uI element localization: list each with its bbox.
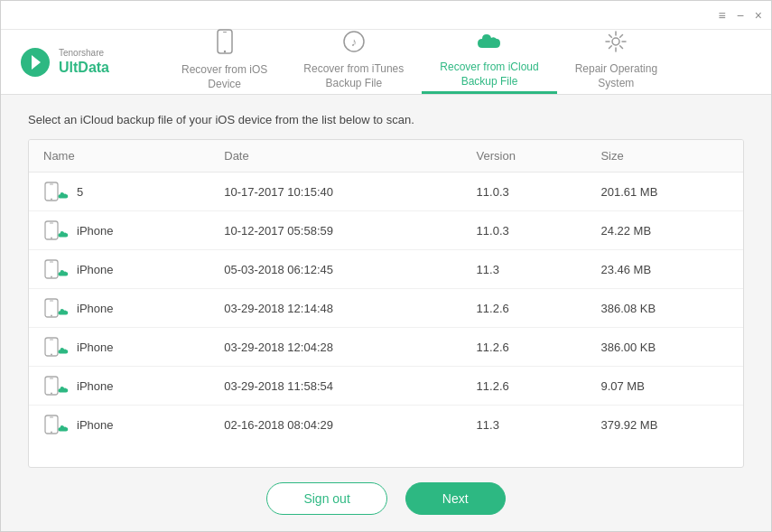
svg-point-15 [51, 276, 52, 278]
svg-point-21 [51, 354, 52, 356]
svg-point-27 [51, 432, 52, 434]
ios-device-icon [214, 29, 236, 58]
svg-point-6 [612, 38, 619, 45]
itunes-icon: ♪ [342, 30, 366, 57]
cell-version: 11.2.6 [462, 289, 587, 328]
svg-point-12 [51, 238, 52, 239]
svg-rect-8 [50, 184, 53, 185]
backup-table: Name Date Version Size [29, 140, 743, 443]
instruction-text: Select an iCloud backup file of your iOS… [28, 113, 744, 126]
repair-icon [604, 30, 628, 57]
cell-name: iPhone [29, 250, 209, 289]
cell-date: 10-17-2017 10:15:40 [209, 173, 461, 211]
cloud-icon [58, 424, 70, 434]
svg-rect-11 [50, 223, 53, 224]
device-icon [43, 259, 70, 279]
svg-point-3 [223, 51, 225, 52]
cell-name: iPhone [29, 328, 209, 367]
header: Tenorshare UltData Recover from iOSDevic… [1, 30, 771, 95]
svg-rect-14 [50, 262, 53, 263]
svg-rect-13 [45, 260, 58, 278]
cell-size: 379.92 MB [586, 406, 743, 444]
device-icon [43, 376, 70, 396]
svg-rect-20 [50, 340, 53, 341]
svg-rect-2 [223, 32, 227, 33]
cloud-icon [58, 229, 70, 239]
sign-out-button[interactable]: Sign out [266, 482, 386, 515]
brand-name: Tenorshare [59, 48, 109, 59]
next-button[interactable]: Next [405, 482, 506, 515]
svg-rect-26 [50, 417, 53, 418]
tab-repair-label: Repair OperatingSystem [575, 62, 657, 90]
device-icon [43, 182, 70, 201]
cell-version: 11.0.3 [462, 211, 587, 250]
cell-name: 5 [29, 173, 209, 211]
device-icon [43, 415, 70, 434]
cell-date: 10-12-2017 05:58:59 [209, 211, 461, 250]
tab-icloud[interactable]: Recover from iCloudBackup File [422, 30, 556, 94]
col-size: Size [586, 140, 743, 173]
main-content: Select an iCloud backup file of your iOS… [1, 95, 771, 532]
table-row[interactable]: iPhone 03-29-2018 12:14:4811.2.6386.08 K… [29, 289, 743, 328]
col-version: Version [462, 140, 587, 173]
svg-rect-25 [45, 415, 58, 434]
svg-point-9 [51, 199, 52, 201]
cell-name: iPhone [29, 289, 209, 328]
cell-date: 03-29-2018 12:14:48 [209, 289, 461, 328]
cell-version: 11.2.6 [462, 367, 587, 406]
cell-version: 11.3 [462, 250, 587, 289]
logo: Tenorshare UltData [19, 30, 136, 94]
device-icon [43, 337, 70, 357]
cell-date: 03-29-2018 12:04:28 [209, 328, 461, 367]
svg-rect-1 [218, 30, 232, 53]
tab-repair[interactable]: Repair OperatingSystem [557, 30, 675, 94]
cell-size: 9.07 MB [586, 367, 743, 406]
cell-name: iPhone [29, 406, 209, 444]
cell-date: 03-29-2018 11:58:54 [209, 367, 461, 406]
cloud-icon [58, 191, 70, 201]
cloud-icon [58, 385, 70, 395]
table-row[interactable]: iPhone 03-29-2018 12:04:2811.2.6386.00 K… [29, 328, 743, 367]
svg-point-24 [51, 393, 52, 395]
svg-rect-23 [50, 378, 53, 379]
logo-icon [19, 46, 51, 79]
table-header-row: Name Date Version Size [29, 140, 743, 173]
table-row[interactable]: iPhone 03-29-2018 11:58:5411.2.69.07 MB [29, 367, 743, 406]
titlebar: ≡ − × [1, 1, 771, 30]
icloud-icon [476, 32, 503, 55]
table-row[interactable]: 5 10-17-2017 10:15:4011.0.3201.61 MB [29, 173, 743, 211]
backup-table-container[interactable]: Name Date Version Size [28, 139, 744, 468]
svg-text:♪: ♪ [351, 35, 358, 49]
tab-ios-device[interactable]: Recover from iOSDevice [163, 30, 285, 94]
svg-rect-10 [45, 221, 58, 239]
cell-version: 11.3 [462, 406, 587, 444]
cell-date: 05-03-2018 06:12:45 [209, 250, 461, 289]
nav-tabs: Recover from iOSDevice ♪ Recover from iT… [163, 30, 753, 94]
svg-rect-7 [45, 182, 58, 201]
svg-rect-16 [45, 299, 58, 317]
tab-icloud-label: Recover from iCloudBackup File [440, 61, 538, 89]
tab-ios-device-label: Recover from iOSDevice [181, 63, 267, 91]
col-date: Date [209, 140, 461, 173]
close-button[interactable]: × [755, 9, 762, 22]
cell-name: iPhone [29, 211, 209, 250]
table-row[interactable]: iPhone 05-03-2018 06:12:4511.323.46 MB [29, 250, 743, 289]
cell-version: 11.0.3 [462, 173, 587, 211]
device-icon [43, 298, 70, 318]
cell-size: 386.00 KB [586, 328, 743, 367]
cell-size: 23.46 MB [586, 250, 743, 289]
col-name: Name [29, 140, 209, 173]
table-row[interactable]: iPhone 10-12-2017 05:58:5911.0.324.22 MB [29, 211, 743, 250]
svg-rect-17 [50, 301, 53, 302]
table-row[interactable]: iPhone 02-16-2018 08:04:2911.3379.92 MB [29, 406, 743, 444]
minimize-button[interactable]: − [737, 9, 744, 22]
tab-itunes-label: Recover from iTunesBackup File [303, 62, 404, 90]
cloud-icon [58, 307, 70, 317]
cell-size: 24.22 MB [586, 211, 743, 250]
cell-size: 386.08 KB [586, 289, 743, 328]
tab-itunes[interactable]: ♪ Recover from iTunesBackup File [285, 30, 422, 94]
cell-version: 11.2.6 [462, 328, 587, 367]
cell-name: iPhone [29, 367, 209, 406]
cloud-icon [58, 268, 70, 278]
menu-icon[interactable]: ≡ [718, 9, 725, 22]
